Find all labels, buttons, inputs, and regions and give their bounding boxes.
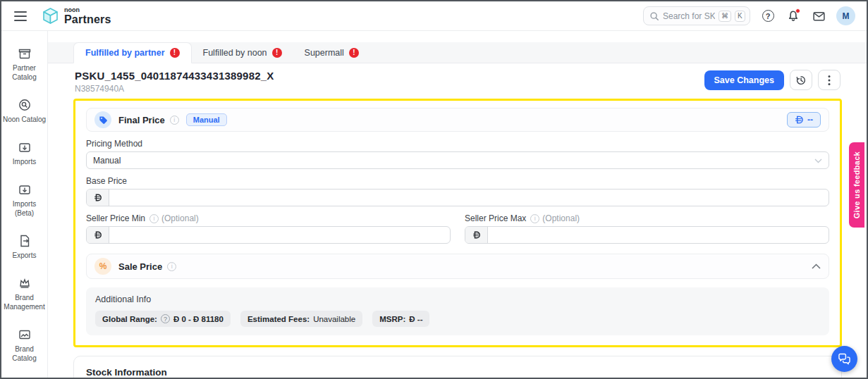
chat-fab-button[interactable] xyxy=(831,346,857,372)
question-icon[interactable]: ? xyxy=(161,314,170,323)
exports-icon xyxy=(18,234,32,248)
k-key-badge: K xyxy=(735,11,745,22)
collapse-chevron-up-icon[interactable] xyxy=(812,263,821,269)
page-header: PSKU_1455_04011874433431389982_X N385749… xyxy=(73,63,842,99)
seller-price-min-label: Seller Price Min i (Optional) xyxy=(86,213,451,223)
sidebar-item-exports[interactable]: Exports xyxy=(3,234,47,260)
more-options-button[interactable] xyxy=(818,70,841,90)
search-icon xyxy=(649,11,659,21)
help-button[interactable]: ? xyxy=(760,8,776,24)
sidebar-item-brand-catalog[interactable]: Brand Catalog xyxy=(3,328,47,363)
logo-text-partners: Partners xyxy=(64,14,111,25)
chat-bubbles-icon xyxy=(838,353,851,365)
info-icon: i xyxy=(170,116,179,125)
noon-partners-logo[interactable]: noon Partners xyxy=(41,6,111,25)
dirham-icon xyxy=(465,227,488,243)
base-price-label: Base Price xyxy=(86,176,829,186)
pricing-mode-chip: Manual xyxy=(186,113,227,126)
global-range-chip: Global Range: ? Ð 0 - Ð 81180 xyxy=(95,311,231,327)
tab-fulfilled-by-noon[interactable]: Fulfilled by noon ! xyxy=(192,42,293,63)
give-feedback-button[interactable]: Give us feedback xyxy=(849,142,864,228)
page-title: PSKU_1455_04011874433431389982_X xyxy=(75,70,274,82)
stock-information-card: Stock Information xyxy=(73,356,842,378)
history-button[interactable] xyxy=(790,70,812,90)
tab-supermall[interactable]: Supermall ! xyxy=(293,42,370,63)
alert-badge: ! xyxy=(349,48,359,58)
sale-price-header: % Sale Price i xyxy=(86,254,829,279)
additional-info-title: Additional Info xyxy=(95,294,820,305)
avatar[interactable]: M xyxy=(836,6,855,25)
final-price-header: Final Price i Manual -- xyxy=(86,108,829,132)
estimated-fees-chip: Estimated Fees: Unavailable xyxy=(240,311,362,327)
save-changes-button[interactable]: Save Changes xyxy=(704,70,784,90)
app-window: noon Partners ⌘ K ? xyxy=(0,0,868,379)
sidebar-item-imports[interactable]: Imports xyxy=(3,140,47,166)
alert-badge: ! xyxy=(272,48,282,58)
notification-dot xyxy=(795,8,800,13)
noon-catalog-icon xyxy=(18,98,32,112)
pricing-card-highlighted: Final Price i Manual -- Pricing Method M… xyxy=(73,99,842,347)
mail-icon xyxy=(812,10,826,23)
sidebar: Partner Catalog Noon Catalog Imports Imp… xyxy=(1,31,48,378)
kebab-menu-icon xyxy=(828,75,831,86)
base-price-field xyxy=(86,189,829,206)
currency-price-button[interactable]: -- xyxy=(787,112,821,128)
final-price-title: Final Price xyxy=(118,115,165,125)
topbar: noon Partners ⌘ K ? xyxy=(1,1,867,31)
noon-cube-icon xyxy=(41,6,60,25)
dirham-icon xyxy=(87,227,109,243)
sidebar-item-brand-management[interactable]: Brand Management xyxy=(3,276,47,311)
seller-price-min-field xyxy=(86,226,451,244)
percent-icon: % xyxy=(94,258,111,275)
search-input[interactable] xyxy=(663,11,715,21)
price-tag-icon xyxy=(94,111,111,128)
alert-badge: ! xyxy=(170,48,180,58)
additional-info-panel: Additional Info Global Range: ? Ð 0 - Ð … xyxy=(86,287,829,335)
messages-button[interactable] xyxy=(811,8,826,24)
logo-text-noon: noon xyxy=(64,7,111,13)
pricing-method-select[interactable]: Manual xyxy=(86,151,829,169)
main-content: Fulfilled by partner ! Fulfilled by noon… xyxy=(48,31,867,378)
dirham-icon xyxy=(87,190,109,206)
cmd-key-badge: ⌘ xyxy=(719,11,731,22)
imports-icon xyxy=(18,140,32,154)
search-box[interactable]: ⌘ K xyxy=(643,6,750,25)
seller-price-max-label: Seller Price Max i (Optional) xyxy=(465,213,829,223)
sale-price-title: Sale Price xyxy=(118,261,162,272)
help-icon: ? xyxy=(762,10,774,22)
notifications-button[interactable] xyxy=(786,8,801,24)
chevron-down-icon xyxy=(814,156,822,166)
pricing-method-label: Pricing Method xyxy=(86,139,829,149)
menu-icon[interactable] xyxy=(14,11,27,21)
stock-information-title: Stock Information xyxy=(86,367,829,378)
seller-price-max-field xyxy=(465,226,829,244)
page-subtitle: N38574940A xyxy=(75,84,274,94)
brand-management-icon xyxy=(18,276,32,290)
msrp-chip: MSRP: Ð -- xyxy=(372,311,429,327)
brand-catalog-icon xyxy=(18,328,32,342)
info-icon: i xyxy=(530,214,539,223)
sidebar-item-noon-catalog[interactable]: Noon Catalog xyxy=(3,98,47,124)
tab-bar: Fulfilled by partner ! Fulfilled by noon… xyxy=(48,42,867,63)
sidebar-item-imports-beta[interactable]: Imports (Beta) xyxy=(3,182,47,218)
seller-price-min-input[interactable] xyxy=(109,227,450,243)
info-icon: i xyxy=(149,214,159,223)
sidebar-item-partner-catalog[interactable]: Partner Catalog xyxy=(3,46,47,82)
dirham-icon xyxy=(795,116,804,124)
tab-fulfilled-by-partner[interactable]: Fulfilled by partner ! xyxy=(73,42,192,63)
base-price-input[interactable] xyxy=(109,190,829,206)
imports-beta-icon xyxy=(18,182,32,197)
partner-catalog-icon xyxy=(18,46,32,61)
info-icon: i xyxy=(167,262,176,271)
seller-price-max-input[interactable] xyxy=(488,227,829,243)
history-clock-icon xyxy=(795,75,807,86)
